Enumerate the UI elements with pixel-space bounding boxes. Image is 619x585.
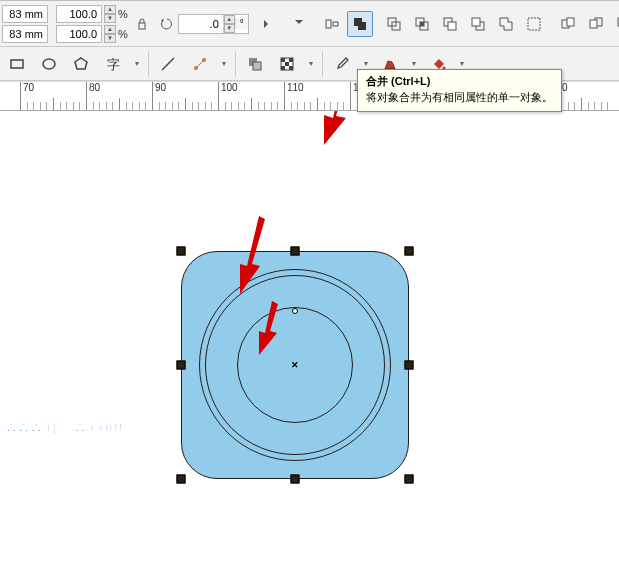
object-scale: 100.0 ▲▼ % 100.0 ▲▼ % [56, 5, 128, 43]
svg-rect-12 [448, 22, 456, 30]
svg-rect-15 [528, 18, 540, 30]
svg-rect-0 [139, 23, 145, 29]
height-field[interactable]: 83 mm [2, 25, 48, 43]
node-tool-dropdown[interactable] [219, 59, 229, 68]
svg-text:字: 字 [107, 57, 120, 72]
combine-a-button[interactable] [555, 11, 581, 37]
tooltip: 合并 (Ctrl+L) 将对象合并为有相同属性的单一对象。 [357, 69, 562, 112]
svg-line-31 [162, 58, 174, 70]
pattern-tool-dropdown[interactable] [306, 59, 316, 68]
combine-c-button[interactable] [611, 11, 619, 37]
svg-marker-44 [324, 111, 356, 145]
rectangle-tool-button[interactable] [4, 51, 30, 77]
svg-marker-45 [240, 216, 265, 294]
svg-point-28 [43, 59, 55, 69]
fill-dropdown[interactable] [457, 59, 467, 68]
svg-marker-29 [75, 58, 87, 69]
svg-line-34 [196, 60, 204, 68]
svg-rect-39 [289, 58, 293, 62]
pattern-tool-button[interactable] [274, 51, 300, 77]
mirror-horizontal-button[interactable] [257, 11, 283, 37]
width-field[interactable]: 83 mm [2, 5, 48, 23]
svg-rect-36 [253, 62, 261, 70]
scale-y-spinner[interactable]: ▲▼ [104, 25, 116, 43]
simplify-b-button[interactable] [465, 11, 491, 37]
text-tool-dropdown[interactable] [132, 59, 142, 68]
mirror-vertical-button[interactable] [285, 11, 311, 37]
svg-rect-41 [281, 66, 285, 70]
separator [322, 51, 323, 77]
rotation-field[interactable]: .0 ▲▼ ° [178, 14, 249, 34]
svg-rect-40 [285, 62, 289, 66]
svg-rect-10 [420, 22, 424, 26]
svg-rect-5 [358, 22, 366, 30]
rotation-icon [160, 17, 174, 31]
annotation-arrow-3 [248, 301, 288, 359]
svg-marker-46 [259, 301, 278, 355]
pen-dropdown[interactable] [409, 59, 419, 68]
tooltip-title: 合并 (Ctrl+L) [366, 74, 553, 89]
text-tool-button[interactable]: 字 [100, 51, 126, 77]
line-tool-button[interactable] [155, 51, 181, 77]
polygon-tool-button[interactable] [68, 51, 94, 77]
selected-object[interactable] [181, 251, 409, 479]
watermark: www.rjzxw.com [5, 418, 123, 436]
separator [148, 51, 149, 77]
svg-rect-3 [333, 22, 338, 26]
eyedropper-dropdown[interactable] [361, 59, 371, 68]
separator [235, 51, 236, 77]
svg-rect-19 [590, 20, 597, 28]
svg-rect-2 [326, 20, 331, 28]
overlap-tool-button[interactable] [242, 51, 268, 77]
svg-rect-14 [472, 18, 480, 26]
annotation-arrow-2 [225, 216, 275, 298]
boundary-button[interactable] [521, 11, 547, 37]
align-button[interactable] [319, 11, 345, 37]
svg-rect-27 [11, 60, 23, 68]
intersect-button[interactable] [409, 11, 435, 37]
svg-rect-17 [567, 18, 574, 26]
node-tool-button[interactable] [187, 51, 213, 77]
svg-rect-38 [281, 58, 285, 62]
svg-rect-42 [289, 66, 293, 70]
simplify-a-button[interactable] [437, 11, 463, 37]
trim-button[interactable] [381, 11, 407, 37]
eyedropper-tool-button[interactable] [329, 51, 355, 77]
canvas[interactable]: www.rjzxw.com [0, 111, 619, 585]
object-size: 83 mm 83 mm [2, 5, 48, 43]
annotation-arrow-1 [300, 111, 360, 153]
tooltip-body: 将对象合并为有相同属性的单一对象。 [366, 90, 553, 105]
lock-ratio-button[interactable] [132, 11, 152, 37]
simplify-c-button[interactable] [493, 11, 519, 37]
property-bar: 83 mm 83 mm 100.0 ▲▼ % 100.0 ▲▼ % .0 ▲▼ … [0, 1, 619, 47]
scale-y-field[interactable]: 100.0 [56, 25, 102, 43]
scale-x-field[interactable]: 100.0 [56, 5, 102, 23]
weld-button[interactable] [347, 11, 373, 37]
scale-x-spinner[interactable]: ▲▼ [104, 5, 116, 23]
ellipse-tool-button[interactable] [36, 51, 62, 77]
combine-b-button[interactable] [583, 11, 609, 37]
